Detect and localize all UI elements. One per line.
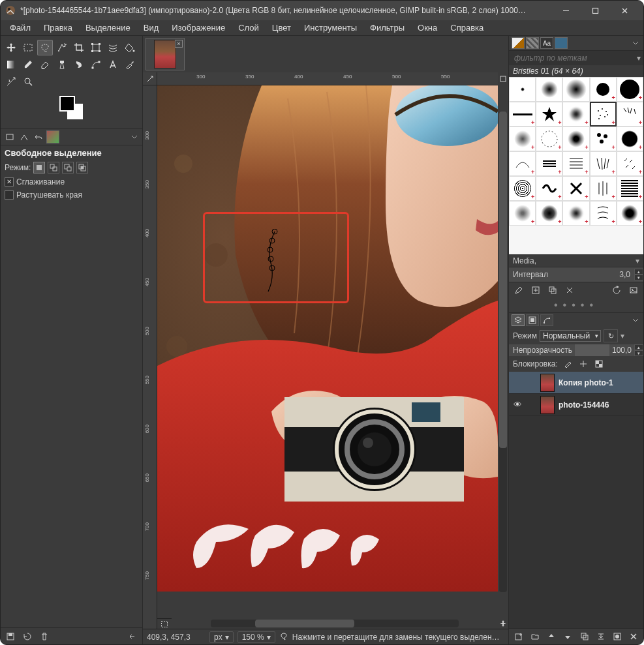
layers-tab-icon[interactable] [512,314,525,326]
brush-item[interactable] [562,77,589,102]
brush-item[interactable]: + [590,127,617,151]
brush-item[interactable]: + [590,201,617,226]
raise-layer-icon[interactable] [546,631,557,642]
brush-item[interactable]: + [562,127,589,151]
warp-tool-icon[interactable] [105,40,121,55]
delete-brush-icon[interactable] [564,284,575,296]
chevron-down-icon[interactable]: ▾ [637,53,641,63]
mode-replace-button[interactable] [33,162,45,173]
transform-tool-icon[interactable] [88,40,104,55]
eraser-tool-icon[interactable] [37,57,53,72]
device-status-tab-icon[interactable] [18,130,31,143]
patterns-tab-icon[interactable] [526,37,539,49]
spacing-down-button[interactable]: ▾ [634,275,643,280]
brushes-tab-icon[interactable] [512,37,525,49]
crop-tool-icon[interactable] [71,40,87,55]
brush-item[interactable]: + [617,102,643,127]
canvas-v-scrollbar[interactable] [498,72,508,629]
fuzzy-select-tool-icon[interactable] [54,40,70,55]
canvas[interactable] [157,85,498,618]
layer-name[interactable]: photo-154446 [559,400,609,410]
dock-separator[interactable]: ••••• [509,298,643,312]
mode-add-button[interactable] [48,162,59,173]
lock-position-icon[interactable] [577,358,589,370]
layer-mode-dropdown[interactable]: Нормальный ▾ [540,330,601,342]
rect-select-tool-icon[interactable] [20,40,36,55]
layer-row[interactable]: 👁 photo-154446 [509,394,643,416]
free-select-tool-icon[interactable] [37,40,53,55]
brush-item[interactable]: + [562,176,589,201]
image-tab-close-icon[interactable]: × [175,40,183,48]
dock-menu-icon[interactable] [630,315,641,325]
clone-tool-icon[interactable] [54,57,70,72]
layer-row[interactable]: Копия photo-1 [509,372,643,394]
open-as-image-icon[interactable] [628,284,639,296]
channels-tab-icon[interactable] [526,314,539,326]
fonts-tab-icon[interactable]: Aa [540,37,553,49]
ruler-vertical[interactable]: 300 350 400 450 500 550 600 650 700 750 [143,72,157,629]
chevron-down-icon[interactable]: ▾ [636,256,639,265]
lower-layer-icon[interactable] [562,631,574,642]
edit-brush-icon[interactable] [513,284,525,296]
brush-item[interactable]: + [536,201,562,226]
brush-item[interactable]: + [617,201,643,226]
layer-name[interactable]: Копия photo-1 [559,378,613,387]
brush-item[interactable]: + [617,151,643,176]
brush-item[interactable]: + [590,176,617,201]
menu-edit[interactable]: Правка [37,20,79,35]
brush-item[interactable] [536,77,562,102]
brush-item[interactable]: + [562,201,589,226]
options-restore-icon[interactable] [22,631,33,642]
options-save-icon[interactable] [5,631,16,642]
duplicate-layer-icon[interactable] [579,631,590,642]
lock-alpha-icon[interactable] [593,358,605,370]
units-dropdown[interactable]: px▾ [209,631,234,643]
menu-file[interactable]: Файл [3,20,37,35]
antialias-checkbox[interactable] [5,177,14,187]
zoom-fit-icon[interactable] [498,72,508,85]
spacing-up-button[interactable]: ▴ [634,269,643,275]
menu-windows[interactable]: Окна [411,20,444,35]
brush-filter-input[interactable] [512,52,637,64]
brush-item[interactable]: + [509,151,536,176]
zoom-tool-icon[interactable] [20,74,36,89]
brush-item[interactable]: + [536,176,562,201]
dock-menu-icon[interactable] [129,132,140,142]
brush-item[interactable]: + [590,77,617,102]
images-tab-icon[interactable] [46,130,59,143]
add-mask-icon[interactable] [612,631,623,642]
brush-item[interactable]: + [562,151,589,176]
paths-tab-icon[interactable] [540,314,553,326]
mode-intersect-button[interactable] [76,162,88,173]
ruler-origin-icon[interactable] [143,72,157,85]
path-tool-icon[interactable] [88,57,104,72]
brush-item-selected[interactable]: + [590,102,617,127]
options-delete-icon[interactable] [38,631,50,642]
merge-down-icon[interactable] [595,631,606,642]
menu-tools[interactable]: Инструменты [298,20,363,35]
lock-pixels-icon[interactable] [562,358,574,370]
new-layer-group-icon[interactable] [529,631,540,642]
undo-history-tab-icon[interactable] [32,130,45,143]
menu-filters[interactable]: Фильтры [363,20,411,35]
brush-item[interactable]: + [617,176,643,201]
brush-item[interactable]: + [617,127,643,151]
menu-select[interactable]: Выделение [79,20,137,35]
brush-grid[interactable]: + + + + + + + + + + + + + + + + + + [509,77,643,254]
menu-help[interactable]: Справка [444,20,490,35]
opacity-up-button[interactable]: ▴ [634,344,643,350]
menu-image[interactable]: Изображение [165,20,232,35]
zoom-dropdown[interactable]: 150 %▾ [238,631,275,643]
brush-item[interactable]: + [617,77,643,102]
brush-item[interactable]: + [509,176,536,201]
feather-checkbox[interactable] [5,190,14,200]
fg-color-swatch[interactable] [59,96,75,112]
v-scroll-thumb[interactable] [499,112,507,448]
window-close-button[interactable] [610,1,639,20]
h-scroll-thumb[interactable] [255,620,354,627]
window-maximize-button[interactable] [581,1,610,20]
dock-menu-icon[interactable] [630,38,641,48]
menu-view[interactable]: Вид [137,20,166,35]
gradient-tool-icon[interactable] [3,57,19,72]
menu-layer[interactable]: Слой [232,20,266,35]
